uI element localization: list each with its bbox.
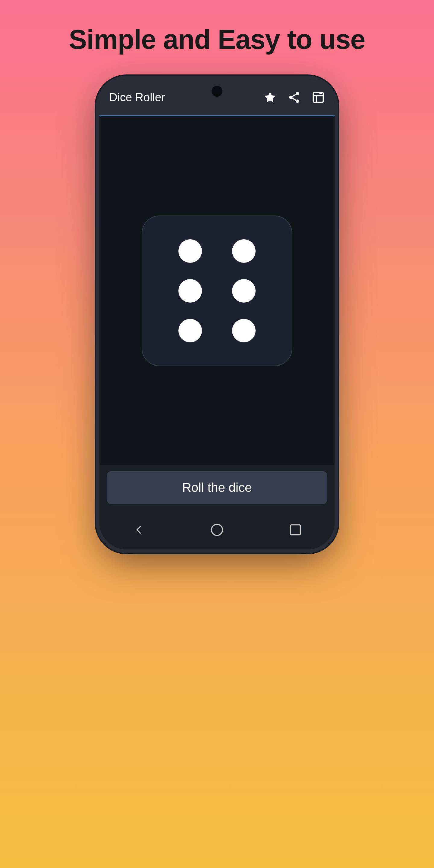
roll-button-container: Roll the dice (99, 465, 335, 510)
app-bar: Dice Roller (99, 79, 335, 116)
camera-notch (212, 86, 222, 97)
home-button[interactable] (205, 518, 229, 542)
dot-1 (179, 239, 202, 263)
dot-6 (232, 319, 255, 342)
svg-line-4 (292, 94, 296, 96)
history-icon[interactable] (312, 91, 325, 104)
svg-point-2 (296, 99, 299, 103)
dot-2 (232, 239, 255, 263)
app-content (99, 116, 335, 465)
svg-rect-10 (290, 525, 301, 535)
favorite-icon[interactable] (264, 91, 277, 104)
svg-point-0 (296, 92, 299, 95)
page-title: Simple and Easy to use (69, 24, 365, 55)
dice[interactable] (142, 216, 292, 366)
back-button[interactable] (127, 518, 151, 542)
svg-point-9 (212, 524, 223, 535)
phone-device: Dice Roller (99, 79, 335, 550)
nav-bar (99, 510, 335, 550)
app-bar-actions (264, 91, 325, 104)
dot-5 (179, 319, 202, 342)
roll-dice-button[interactable]: Roll the dice (107, 471, 327, 504)
svg-point-1 (289, 96, 293, 99)
dot-3 (179, 279, 202, 303)
share-icon[interactable] (287, 91, 301, 104)
recents-button[interactable] (283, 518, 307, 542)
dot-4 (232, 279, 255, 303)
svg-line-3 (292, 98, 296, 100)
svg-rect-8 (319, 92, 322, 94)
app-bar-title: Dice Roller (109, 91, 264, 104)
